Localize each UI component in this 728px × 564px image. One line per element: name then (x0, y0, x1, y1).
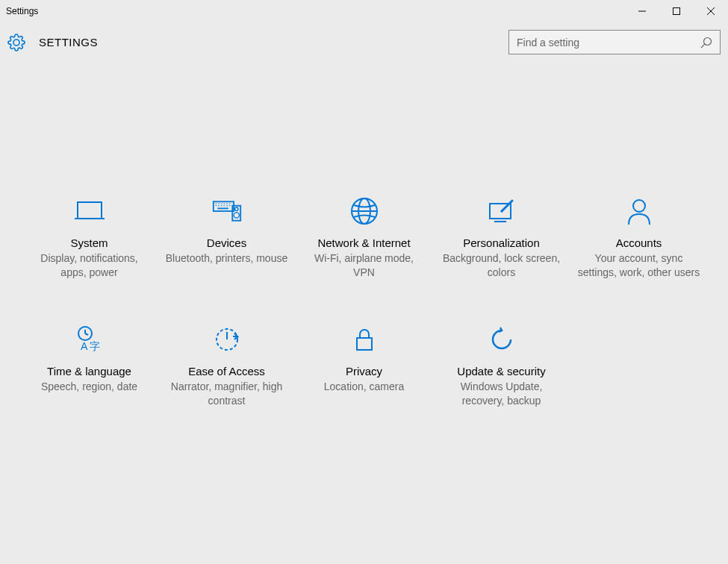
lock-icon (349, 325, 379, 354)
close-icon (707, 7, 715, 15)
titlebar: Settings (0, 0, 728, 22)
tile-desc: Speech, region, date (41, 380, 137, 394)
svg-text:A: A (81, 340, 88, 352)
svg-rect-1 (673, 8, 680, 15)
tile-title: System (70, 236, 108, 249)
svg-line-5 (701, 44, 705, 48)
tile-desc: Your account, sync settings, work, other… (578, 251, 700, 280)
tile-desc: Bluetooth, printers, mouse (166, 251, 287, 266)
tiles-grid: System Display, notifications, apps, pow… (6, 62, 723, 408)
page-title: SETTINGS (39, 36, 98, 48)
maximize-icon (673, 7, 680, 15)
tile-title: Privacy (346, 365, 382, 377)
tile-title: Personalization (463, 236, 540, 249)
tile-devices[interactable]: Devices Bluetooth, printers, mouse (158, 196, 296, 280)
svg-rect-8 (213, 201, 233, 211)
svg-point-32 (500, 210, 503, 213)
minimize-icon (638, 7, 646, 15)
tile-privacy[interactable]: Privacy Location, camera (296, 325, 433, 408)
tile-desc: Background, lock screen, colors (441, 251, 563, 280)
tile-time-language[interactable]: A 字 Time & language Speech, region, date (21, 325, 158, 408)
tile-update-security[interactable]: Update & security Windows Update, recove… (433, 325, 570, 408)
tile-accounts[interactable]: Accounts Your account, sync settings, wo… (570, 196, 708, 280)
tile-network[interactable]: Network & Internet Wi-Fi, airplane mode,… (296, 196, 433, 280)
tile-desc: Display, notifications, apps, power (28, 251, 151, 280)
time-language-icon: A 字 (75, 325, 105, 354)
tile-system[interactable]: System Display, notifications, apps, pow… (21, 196, 158, 280)
search-box[interactable] (508, 30, 721, 54)
svg-point-23 (234, 207, 238, 211)
window-title: Settings (6, 6, 38, 16)
svg-text:字: 字 (90, 340, 100, 352)
globe-icon (349, 196, 379, 226)
person-icon (624, 196, 654, 226)
settings-gear-icon (7, 34, 25, 51)
tile-desc: Location, camera (324, 380, 404, 394)
minimize-button[interactable] (625, 0, 659, 22)
header-left: SETTINGS (7, 34, 98, 51)
search-icon (700, 37, 712, 48)
update-icon (487, 325, 517, 354)
window-controls (625, 0, 728, 22)
tile-title: Update & security (457, 365, 545, 377)
tile-title: Ease of Access (188, 365, 265, 377)
system-icon (75, 196, 105, 226)
svg-rect-6 (78, 202, 102, 219)
personalization-icon (487, 196, 517, 226)
close-button[interactable] (694, 0, 728, 22)
tile-title: Devices (207, 236, 246, 249)
svg-rect-41 (357, 338, 372, 350)
svg-point-33 (633, 200, 645, 212)
svg-point-4 (704, 37, 712, 45)
svg-point-24 (234, 213, 239, 218)
tile-desc: Wi-Fi, airplane mode, VPN (303, 251, 426, 280)
svg-line-36 (85, 333, 88, 335)
tile-title: Time & language (47, 365, 131, 377)
devices-icon (212, 196, 242, 226)
tile-title: Accounts (616, 236, 662, 249)
tile-personalization[interactable]: Personalization Background, lock screen,… (433, 196, 570, 280)
tile-desc: Windows Update, recovery, backup (441, 380, 563, 408)
tile-desc: Narrator, magnifier, high contrast (166, 380, 288, 408)
maximize-button[interactable] (659, 0, 694, 22)
tile-ease-of-access[interactable]: Ease of Access Narrator, magnifier, high… (158, 325, 296, 408)
ease-of-access-icon (212, 325, 242, 354)
header: SETTINGS (0, 22, 728, 62)
tile-title: Network & Internet (317, 236, 410, 249)
search-input[interactable] (517, 37, 700, 48)
